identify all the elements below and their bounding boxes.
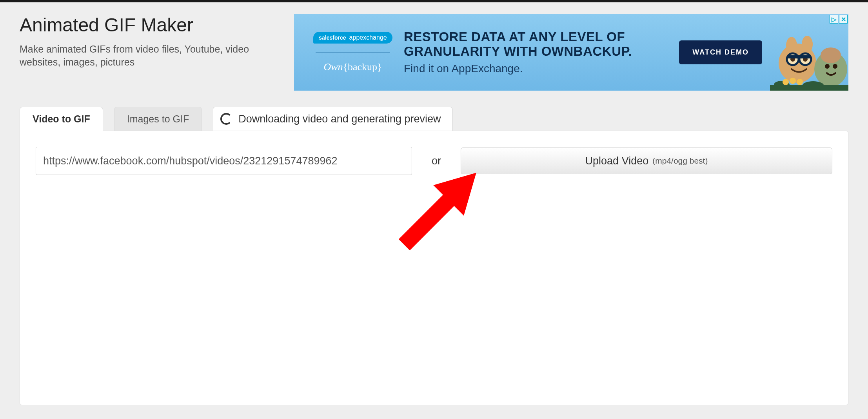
ad-headline: RESTORE DATA AT ANY LEVEL OF GRANULARITY… [404, 30, 671, 58]
input-row: or Upload Video (mp4/ogg best) [36, 147, 832, 175]
status-text: Downloading video and generating preview [238, 113, 441, 125]
svg-point-13 [833, 64, 837, 69]
tabs-row: Video to GIF Images to GIF Downloading v… [20, 106, 848, 131]
upload-button-hint: (mp4/ogg best) [652, 156, 708, 166]
ad-close-icon[interactable]: ✕ [839, 15, 848, 24]
video-url-input[interactable] [36, 147, 412, 175]
salesforce-logo-text: salesforce [319, 35, 346, 41]
svg-point-19 [797, 79, 803, 85]
appexchange-text: appexchange [349, 34, 387, 41]
ad-characters [770, 14, 848, 91]
page-title: Animated GIF Maker [20, 14, 271, 36]
main-panel: or Upload Video (mp4/ogg best) [20, 131, 848, 405]
tab-images-to-gif[interactable]: Images to GIF [114, 107, 202, 131]
page-content: Animated GIF Maker Make animated GIFs fr… [0, 2, 868, 419]
header-row: Animated GIF Maker Make animated GIFs fr… [20, 14, 848, 91]
ad-copy: RESTORE DATA AT ANY LEVEL OF GRANULARITY… [396, 30, 679, 75]
svg-point-18 [790, 78, 796, 84]
svg-point-11 [821, 47, 841, 63]
ad-left-branding: salesforce appexchange Own{backup} [294, 32, 396, 73]
or-separator: or [432, 155, 441, 167]
ad-banner[interactable]: salesforce appexchange Own{backup} RESTO… [294, 14, 848, 91]
ad-subline: Find it on AppExchange. [404, 62, 671, 75]
svg-point-1 [786, 37, 797, 54]
adchoices-icon[interactable]: ▷ [830, 15, 838, 24]
watch-demo-button[interactable]: WATCH DEMO [679, 40, 762, 64]
upload-video-button[interactable]: Upload Video (mp4/ogg best) [461, 148, 832, 174]
header-text: Animated GIF Maker Make animated GIFs fr… [20, 14, 271, 68]
tab-video-to-gif[interactable]: Video to GIF [20, 107, 103, 131]
svg-point-2 [802, 36, 813, 53]
svg-point-17 [783, 79, 789, 85]
ownbackup-logo: Own{backup} [323, 61, 382, 73]
svg-point-12 [825, 64, 830, 69]
ad-divider [316, 52, 390, 53]
spinner-icon [220, 113, 232, 125]
salesforce-badge: salesforce appexchange [313, 32, 392, 44]
svg-point-16 [802, 81, 824, 91]
upload-button-label: Upload Video [585, 155, 649, 167]
ad-corner-controls: ▷ ✕ [830, 15, 848, 24]
page-subtitle: Make animated GIFs from video files, You… [20, 43, 271, 68]
status-pill: Downloading video and generating preview [213, 107, 452, 131]
